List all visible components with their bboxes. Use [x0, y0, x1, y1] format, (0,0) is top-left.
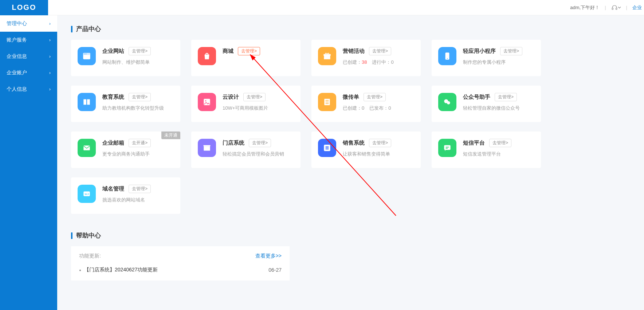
manage-button[interactable]: 去管理> [369, 139, 391, 147]
header-right: adm,下午好！ | | 企业 [570, 4, 644, 11]
manage-button[interactable]: 去管理> [500, 47, 522, 55]
product-desc: 更专业的商务沟通助手 [102, 151, 174, 157]
sheet-icon [318, 93, 336, 111]
sidebar-item-label: 企业信息 [7, 53, 27, 60]
status-badge: 未开通 [161, 132, 180, 139]
product-title: 营销活动 [343, 48, 365, 55]
svg-point-5 [85, 54, 86, 54]
product-card: 营销活动去管理>已创建：38进行中：0 [311, 40, 421, 76]
stat-item: 已发布：0 [369, 105, 391, 111]
svg-rect-8 [323, 54, 331, 56]
help-center: 帮助中心 功能更新: 查看更多>> ●【门店系统】20240627功能更新 06… [71, 231, 630, 280]
domain-icon: w.= [78, 185, 96, 203]
product-title: 门店系统 [223, 140, 244, 146]
chevron-right-icon: › [49, 21, 51, 26]
wechat-icon [438, 93, 456, 111]
header: LOGO adm,下午好！ | | 企业 [0, 0, 644, 15]
svg-point-6 [86, 54, 87, 54]
product-title: 公众号助手 [463, 94, 490, 101]
svg-text:w.=: w.= [85, 192, 90, 196]
card-body: 企业网站去管理>网站制作、维护都简单 [102, 47, 174, 66]
svg-point-10 [447, 58, 448, 59]
product-title: 企业网站 [102, 48, 124, 55]
card-body: 轻应用小程序去管理>制作您的专属小程序 [463, 47, 534, 66]
help-more-link[interactable]: 查看更多>> [255, 253, 282, 259]
manage-button[interactable]: 去管理> [369, 47, 391, 55]
manage-button[interactable]: 去管理> [129, 93, 151, 101]
svg-point-18 [447, 101, 450, 105]
product-title: 商城 [223, 48, 233, 55]
product-stats: 已创建：0已发布：0 [343, 105, 414, 111]
manage-button[interactable]: 去管理> [489, 139, 511, 147]
product-card: 企业网站去管理>网站制作、维护都简单 [71, 40, 180, 76]
sidebar-item-personal-info[interactable]: 个人信息 › [0, 81, 57, 97]
stat-item: 已创建：0 [343, 105, 364, 111]
product-card: 公众号助手去管理>轻松管理自家的微信公众号 [432, 86, 541, 122]
manage-button[interactable]: 去管理> [364, 93, 386, 101]
product-card: 销售系统去管理>让获客和销售变得简单 [311, 132, 421, 168]
product-card: 微传单去管理>已创建：0已发布：0 [311, 86, 421, 122]
manage-button[interactable]: 去管理> [243, 93, 266, 101]
card-body: 企业邮箱去开通>更专业的商务沟通助手 [102, 139, 174, 157]
svg-rect-7 [324, 55, 330, 59]
product-title: 教育系统 [102, 94, 124, 101]
product-desc: 助力教培机构数字化转型升级 [102, 105, 174, 111]
help-card: 功能更新: 查看更多>> ●【门店系统】20240627功能更新 06-27 [71, 246, 290, 280]
svg-rect-1 [616, 8, 617, 9]
sidebar: 管理中心 › 账户服务 › 企业信息 › 企业账户 › 个人信息 › [0, 15, 57, 310]
manage-button[interactable]: 去管理> [129, 47, 151, 55]
product-card: 商城去管理> [191, 40, 301, 76]
product-title: 销售系统 [343, 140, 365, 146]
sidebar-item-management[interactable]: 管理中心 › [0, 15, 57, 32]
card-body: 门店系统去管理>轻松搞定会员管理和会员营销 [223, 139, 294, 157]
card-body: 短信平台去管理>短信发送管理平台 [463, 139, 534, 157]
manage-button[interactable]: 去管理> [129, 185, 151, 193]
manage-button[interactable]: 去管理> [249, 139, 271, 147]
card-body: 公众号助手去管理>轻松管理自家的微信公众号 [463, 93, 534, 111]
product-title: 轻应用小程序 [463, 48, 496, 55]
product-title: 域名管理 [102, 185, 124, 192]
card-body: 营销活动去管理>已创建：38进行中：0 [343, 47, 414, 66]
list-icon [318, 139, 336, 157]
product-title: 短信平台 [463, 140, 485, 146]
sidebar-item-label: 企业账户 [7, 70, 27, 76]
svg-point-4 [84, 54, 85, 54]
manage-button[interactable]: 去管理> [495, 93, 517, 101]
sidebar-item-enterprise-info[interactable]: 企业信息 › [0, 48, 57, 64]
bag-icon [198, 47, 216, 65]
sidebar-item-account-service[interactable]: 账户服务 › [0, 32, 57, 48]
product-desc: 挑选喜欢的网站域名 [102, 197, 174, 203]
product-desc: 轻松搞定会员管理和会员营销 [223, 151, 294, 157]
card-body: 商城去管理> [223, 47, 294, 55]
main-content: 产品中心 企业网站去管理>网站制作、维护都简单商城去管理>营销活动去管理>已创建… [57, 15, 644, 310]
store-icon [198, 139, 216, 157]
product-card: 轻应用小程序去管理>制作您的专属小程序 [432, 40, 541, 76]
sidebar-item-label: 个人信息 [7, 86, 27, 93]
bullet-icon: ● [79, 268, 81, 272]
product-card: 门店系统去管理>轻松搞定会员管理和会员营销 [191, 132, 301, 168]
svg-rect-19 [83, 146, 90, 150]
manage-button[interactable]: 去管理> [238, 47, 260, 55]
open-button[interactable]: 去开通> [129, 139, 151, 147]
separator: | [626, 5, 627, 10]
help-item[interactable]: ●【门店系统】20240627功能更新 06-27 [79, 266, 282, 274]
product-desc: 让获客和销售变得简单 [343, 151, 414, 157]
sidebar-item-enterprise-account[interactable]: 企业账户 › [0, 64, 57, 81]
help-item-title: 【门店系统】20240627功能更新 [84, 267, 158, 272]
card-body: 域名管理去管理>挑选喜欢的网站域名 [102, 185, 174, 203]
product-desc: 轻松管理自家的微信公众号 [463, 105, 534, 111]
product-stats: 已创建：38进行中：0 [343, 59, 414, 66]
chevron-right-icon: › [49, 70, 51, 75]
product-grid: 企业网站去管理>网站制作、维护都简单商城去管理>营销活动去管理>已创建：38进行… [71, 40, 630, 214]
image-icon [198, 93, 216, 111]
enterprise-link[interactable]: 企业 [632, 4, 642, 11]
headset-icon[interactable] [611, 4, 621, 11]
product-card: 教育系统去管理>助力教培机构数字化转型升级 [71, 86, 180, 122]
chevron-right-icon: › [49, 38, 51, 43]
sidebar-item-label: 账户服务 [7, 37, 27, 43]
svg-rect-0 [612, 8, 613, 9]
chat-icon [438, 139, 456, 157]
svg-rect-24 [444, 145, 450, 150]
product-title: 云设计 [223, 94, 239, 101]
card-body: 微传单去管理>已创建：0已发布：0 [343, 93, 414, 111]
